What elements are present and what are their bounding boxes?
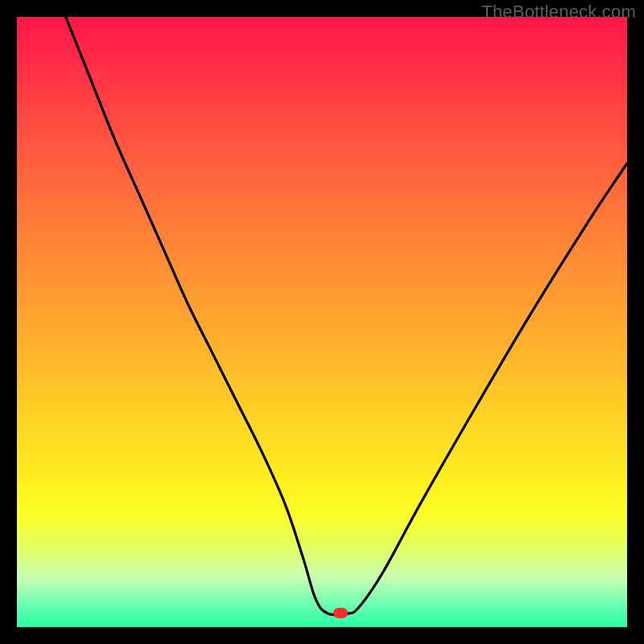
optimal-marker [333,608,348,618]
chart-frame: TheBottleneck.com [0,0,644,644]
bottleneck-curve [66,17,627,615]
watermark-text: TheBottleneck.com [481,2,636,23]
curve-svg [17,17,627,627]
plot-area [17,17,627,627]
